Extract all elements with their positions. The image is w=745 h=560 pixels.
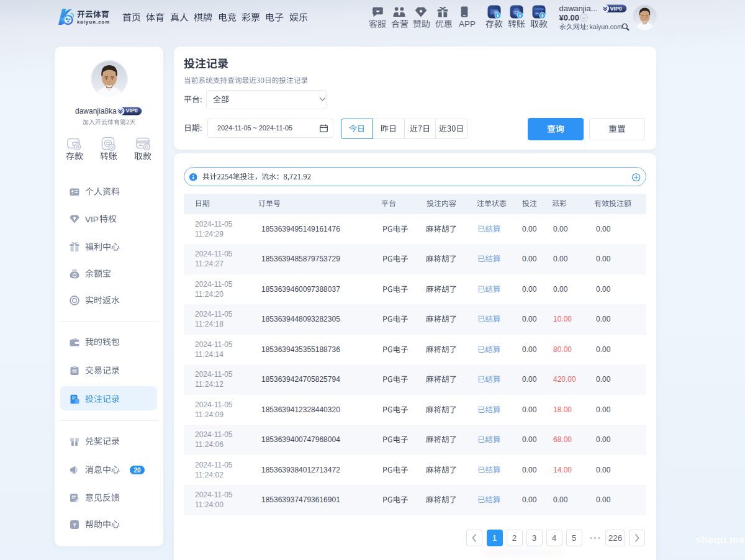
- svg-text:?: ?: [73, 522, 76, 528]
